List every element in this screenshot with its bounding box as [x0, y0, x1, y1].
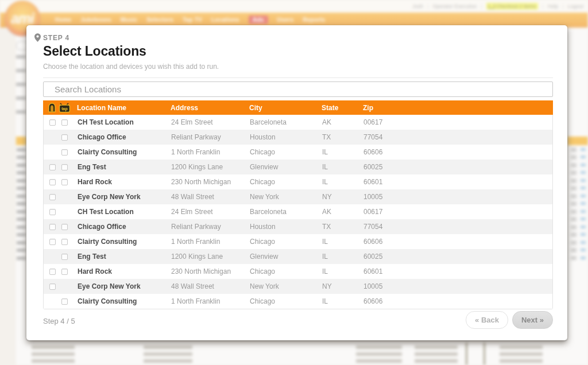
location-address: 24 Elm Street: [167, 208, 246, 216]
location-city: Barceloneta: [246, 208, 318, 216]
location-zip: 60025: [359, 163, 552, 171]
location-city: Glenview: [246, 253, 318, 261]
taptv-checkbox[interactable]: [61, 134, 68, 141]
location-city: Houston: [246, 223, 318, 231]
location-zip: 60606: [359, 238, 552, 246]
table-row: Clairty Consulting 1 North Franklin Chic…: [44, 234, 552, 249]
search-locations-input[interactable]: [43, 81, 553, 97]
footer-buttons: « Back Next »: [466, 311, 553, 329]
column-header-address: Address: [167, 104, 245, 112]
step-header: STEP 4: [34, 33, 553, 42]
back-button[interactable]: « Back: [466, 311, 508, 329]
location-city: Glenview: [246, 163, 318, 171]
location-name: Eng Test: [74, 163, 167, 171]
jukebox-checkbox[interactable]: [49, 119, 56, 126]
jukebox-checkbox[interactable]: [49, 284, 56, 290]
location-name: CH Test Location: [74, 208, 167, 216]
location-name: Hard Rock: [74, 178, 167, 186]
location-zip: 77054: [359, 223, 552, 231]
jukebox-checkbox[interactable]: [49, 194, 56, 200]
location-address: 1 North Franklin: [167, 148, 246, 156]
jukebox-checkbox[interactable]: [49, 164, 56, 170]
location-name: Chicago Office: [74, 223, 167, 231]
taptv-checkbox[interactable]: [61, 179, 68, 185]
location-zip: 60606: [359, 148, 552, 156]
location-address: 48 Wall Street: [167, 282, 246, 290]
location-state: IL: [318, 297, 359, 305]
next-button[interactable]: Next »: [512, 311, 553, 329]
location-address: 24 Elm Street: [167, 118, 246, 126]
location-city: Chicago: [246, 267, 318, 275]
location-zip: 60601: [359, 267, 552, 275]
modal-title: Select Locations: [43, 44, 553, 59]
table-row: Eye Corp New York 48 Wall Street New Yor…: [44, 189, 552, 204]
location-state: IL: [318, 178, 359, 186]
location-name: Eye Corp New York: [74, 193, 167, 201]
location-state: TX: [318, 133, 359, 141]
step-indicator: Step 4 / 5: [43, 317, 75, 325]
location-zip: 60025: [359, 253, 552, 261]
taptv-icon: tap: [57, 103, 73, 113]
location-zip: 60606: [359, 297, 552, 305]
map-pin-icon: [34, 33, 41, 42]
table-row: Clairty Consulting 1 North Franklin Chic…: [44, 145, 552, 160]
table-row: Eng Test 1200 Kings Lane Glenview IL 600…: [44, 249, 552, 264]
location-name: Clairty Consulting: [74, 148, 167, 156]
location-address: Reliant Parkway: [167, 133, 246, 141]
location-city: Chicago: [246, 297, 318, 305]
column-header-city: City: [245, 104, 318, 112]
jukebox-checkbox[interactable]: [49, 239, 56, 245]
location-state: IL: [318, 238, 359, 246]
location-state: TX: [318, 223, 359, 231]
table-row: Chicago Office Reliant Parkway Houston T…: [44, 219, 552, 234]
location-name: Chicago Office: [74, 133, 167, 141]
jukebox-checkbox[interactable]: [49, 269, 56, 275]
header-divider: [43, 77, 553, 78]
table-row: CH Test Location 24 Elm Street Barcelone…: [44, 115, 552, 130]
column-header-zip: Zip: [359, 104, 553, 112]
jukebox-checkbox[interactable]: [49, 209, 56, 215]
step-label: STEP 4: [43, 34, 69, 42]
table-row: Eng Test 1200 Kings Lane Glenview IL 600…: [44, 160, 552, 174]
locations-table: tap Location Name Address City State Zip…: [43, 100, 553, 309]
table-row: Chicago Office Reliant Parkway Houston T…: [44, 130, 552, 145]
table-row: CH Test Location 24 Elm Street Barcelone…: [44, 204, 552, 219]
location-city: New York: [246, 193, 318, 201]
location-address: 230 North Michigan: [167, 178, 246, 186]
location-city: Barceloneta: [246, 118, 318, 126]
location-address: 1 North Franklin: [167, 238, 246, 246]
table-row: Hard Rock 230 North Michigan Chicago IL …: [44, 264, 552, 279]
jukebox-checkbox[interactable]: [49, 224, 56, 230]
svg-text:tap: tap: [61, 107, 68, 111]
taptv-checkbox[interactable]: [61, 254, 68, 260]
taptv-checkbox[interactable]: [61, 224, 68, 230]
taptv-checkbox[interactable]: [61, 269, 68, 275]
location-zip: 60601: [359, 178, 552, 186]
location-state: NY: [318, 282, 359, 290]
location-name: CH Test Location: [74, 118, 167, 126]
taptv-checkbox[interactable]: [61, 298, 68, 305]
location-state: IL: [318, 267, 359, 275]
location-zip: 10005: [359, 282, 552, 290]
location-state: NY: [318, 193, 359, 201]
jukebox-checkbox[interactable]: [49, 179, 56, 185]
location-name: Clairty Consulting: [74, 297, 167, 305]
taptv-checkbox[interactable]: [61, 119, 68, 126]
locations-table-header: tap Location Name Address City State Zip: [43, 100, 553, 115]
location-city: Chicago: [246, 148, 318, 156]
modal-subtitle: Choose the location and devices you wish…: [43, 63, 553, 71]
taptv-checkbox[interactable]: [61, 239, 68, 245]
location-address: 48 Wall Street: [167, 193, 246, 201]
location-address: 1200 Kings Lane: [167, 163, 246, 171]
select-locations-modal: STEP 4 Select Locations Choose the locat…: [26, 25, 567, 340]
taptv-checkbox[interactable]: [61, 149, 68, 156]
location-address: Reliant Parkway: [167, 223, 246, 231]
location-name: Eng Test: [74, 253, 167, 261]
location-zip: 00617: [359, 118, 552, 126]
location-state: AK: [318, 118, 359, 126]
location-name: Clairty Consulting: [74, 238, 167, 246]
table-row: Hard Rock 230 North Michigan Chicago IL …: [44, 174, 552, 189]
location-state: IL: [318, 253, 359, 261]
location-zip: 00617: [359, 208, 552, 216]
taptv-checkbox[interactable]: [61, 164, 68, 170]
